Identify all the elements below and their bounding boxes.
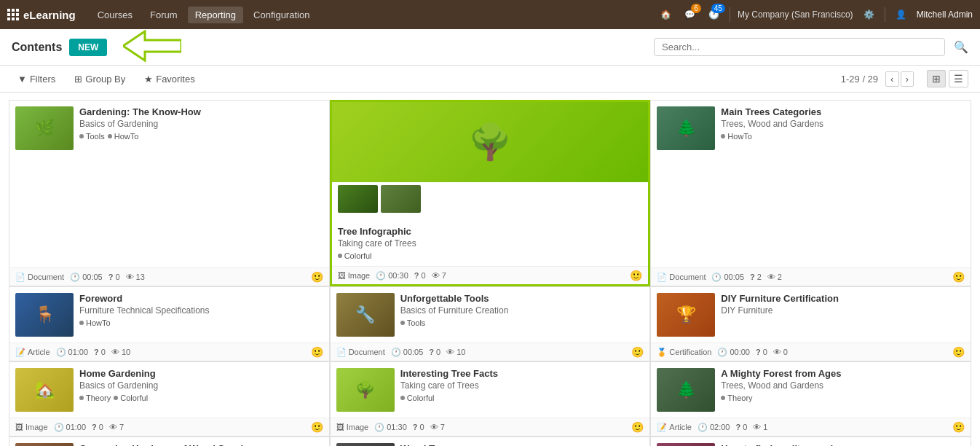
type-icon: 📄	[657, 273, 667, 282]
card-footer: 📄Document 🕐00:05 ? 2 👁 2 🙂	[651, 267, 971, 286]
clock-icon: 🕐	[56, 348, 66, 357]
card-tags: Tools	[400, 318, 644, 327]
card-body: 🎬 Wood Types Furniture Technical Specifi…	[331, 437, 650, 446]
card-main-thumb: 🌳	[332, 102, 649, 182]
tag: Tools	[400, 318, 426, 327]
card-8[interactable]: 🌳 Interesting Tree Facts Taking care of …	[330, 361, 651, 437]
duration: 🕐00:05	[70, 273, 103, 282]
card-title: Comparing Hardness of Wood Species	[79, 443, 323, 446]
chat-icon[interactable]: 💬 6	[681, 7, 698, 23]
card-body: 🔧 Unforgettable Tools Basics of Furnitur…	[331, 287, 650, 343]
nav-forum[interactable]: Forum	[143, 7, 185, 23]
groupby-button[interactable]: ⊞ Group By	[68, 71, 131, 87]
eye-icon: 👁	[446, 348, 454, 356]
new-button[interactable]: NEW	[69, 39, 107, 56]
reaction-button[interactable]: 🙂	[631, 421, 644, 433]
clock-icon: 🕐	[54, 423, 64, 432]
card-1[interactable]: 🌿 Gardening: The Know-How Basics of Gard…	[9, 100, 330, 286]
nav-divider	[730, 7, 730, 22]
sub-thumb-1	[338, 185, 378, 213]
tag: HowTo	[108, 132, 139, 141]
eye-icon: 👁	[432, 271, 440, 280]
reaction-button[interactable]: 🙂	[311, 346, 323, 358]
reaction-button[interactable]: 🙂	[630, 270, 642, 281]
card-12[interactable]: 🔍 How to find quality wood Basics of Fur…	[650, 437, 971, 446]
card-7[interactable]: 🏡 Home Gardening Basics of Gardening The…	[9, 361, 330, 437]
card-2[interactable]: 🌳 Tree Infographic Taking care of Trees …	[330, 100, 651, 286]
card-body: 🔍 How to find quality wood Basics of Fur…	[651, 437, 971, 446]
card-text: Comparing Hardness of Wood Species Choos…	[79, 443, 323, 446]
nav-courses[interactable]: Courses	[90, 7, 140, 23]
card-thumb: 🌲	[657, 106, 715, 150]
reaction-button[interactable]: 🙂	[952, 421, 965, 433]
grid-icon	[7, 9, 19, 20]
eye-icon: 👁	[430, 423, 438, 431]
svg-marker-0	[123, 31, 181, 60]
tag: Theory	[721, 394, 752, 402]
eye-icon: 👁	[109, 423, 117, 431]
tag: Colorful	[400, 394, 435, 402]
card-footer: 🖼Image 🕐00:30 ? 0 👁 7 🙂	[332, 266, 649, 284]
card-subtitle: Basics of Gardening	[79, 380, 323, 391]
nav-links: Courses Forum Reporting Configuration	[90, 7, 657, 23]
card-title: Tree Infographic	[338, 226, 643, 237]
card-3[interactable]: 🌲 Main Trees Categories Trees, Wood and …	[650, 100, 971, 286]
card-title: DIY Furniture Certification	[721, 293, 965, 304]
card-10[interactable]: 🪵 Comparing Hardness of Wood Species Cho…	[9, 437, 330, 446]
nav-divider-2	[885, 7, 885, 22]
card-4[interactable]: 🪑 Foreword Furniture Technical Specifica…	[9, 286, 330, 361]
type-icon: 🏅	[657, 348, 667, 357]
search-button[interactable]: 🔍	[954, 40, 968, 54]
main-content: 🌿 Gardening: The Know-How Basics of Gard…	[0, 93, 980, 446]
favorites-button[interactable]: ★ Favorites	[138, 71, 200, 87]
reaction-button[interactable]: 🙂	[631, 346, 644, 358]
content-type: 📄Document	[336, 348, 385, 357]
card-5[interactable]: 🔧 Unforgettable Tools Basics of Furnitur…	[330, 286, 651, 361]
tag: Colorful	[338, 251, 372, 260]
search-input[interactable]	[654, 38, 945, 56]
app-name: eLearning	[23, 9, 76, 21]
reaction-button[interactable]: 🙂	[952, 271, 965, 283]
type-icon: 🖼	[336, 423, 344, 431]
questions: ? 0	[94, 348, 106, 356]
card-text: A Mighty Forest from Ages Trees, Wood an…	[721, 368, 965, 412]
card-6[interactable]: 🏆 DIY Furniture Certification DIY Furnit…	[650, 286, 971, 361]
kanban-view-button[interactable]: ⊞	[927, 70, 946, 87]
card-text: Unforgettable Tools Basics of Furniture …	[400, 293, 644, 337]
card-tags: ToolsHowTo	[79, 132, 323, 141]
questions: ? 0	[735, 423, 747, 431]
card-thumb: 🏡	[15, 368, 74, 412]
questions: ? 0	[429, 348, 440, 356]
page-title: Contents	[12, 41, 62, 54]
nav-reporting[interactable]: Reporting	[188, 7, 243, 23]
tag: HowTo	[79, 318, 111, 327]
arrow-svg	[123, 30, 181, 62]
card-body: 🏡 Home Gardening Basics of Gardening The…	[9, 362, 329, 418]
questions: ? 0	[108, 273, 120, 281]
next-page-button[interactable]: ›	[901, 71, 914, 87]
topnav: eLearning Courses Forum Reporting Config…	[0, 0, 980, 29]
list-view-button[interactable]: ☰	[949, 70, 968, 87]
questions: ? 0	[756, 348, 767, 356]
avatar[interactable]: 👤	[893, 7, 909, 23]
card-11[interactable]: 🎬 Wood Types Furniture Technical Specifi…	[330, 437, 651, 446]
home-icon[interactable]: 🏠	[657, 7, 674, 23]
company-name: My Company (San Francisco)	[738, 9, 853, 20]
reaction-button[interactable]: 🙂	[311, 421, 323, 433]
prev-page-button[interactable]: ‹	[885, 71, 898, 87]
card-9[interactable]: 🌲 A Mighty Forest from Ages Trees, Wood …	[650, 361, 971, 437]
card-text: DIY Furniture Certification DIY Furnitur…	[721, 293, 965, 337]
clock-icon: 🕐	[374, 423, 384, 432]
sub-thumb-2	[381, 185, 421, 213]
reaction-button[interactable]: 🙂	[311, 271, 323, 283]
eye-icon: 👁	[111, 348, 119, 356]
tools-icon[interactable]: ⚙️	[861, 7, 877, 23]
type-icon: 📝	[15, 348, 25, 357]
card-footer: 📝Article 🕐02:00 ? 0 👁 1 🙂	[651, 418, 971, 436]
clock-icon[interactable]: 🕐 45	[706, 7, 722, 23]
reaction-button[interactable]: 🙂	[952, 346, 965, 358]
card-tags: HowTo	[79, 318, 323, 327]
nav-configuration[interactable]: Configuration	[246, 7, 317, 23]
filter-icon: ▼	[17, 74, 27, 85]
filters-button[interactable]: ▼ Filters	[12, 71, 61, 87]
